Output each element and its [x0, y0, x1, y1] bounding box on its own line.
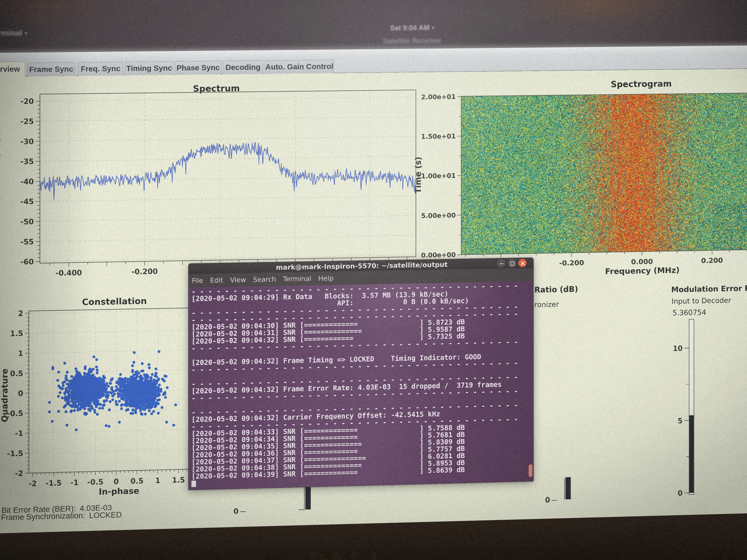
constellation-xtick-label: 0	[113, 477, 119, 486]
plot-shape	[109, 400, 111, 403]
plot-shape	[132, 361, 135, 364]
spectrogram-ylabel: Time (s)	[413, 157, 423, 193]
terminal-menu-search[interactable]: Search	[253, 273, 276, 287]
terminal-body[interactable]: - - - - - - - - - - - - - - - - - - - - …	[188, 281, 533, 490]
topbar-app-menu[interactable]: Terminal▾	[0, 28, 27, 38]
snr-gauge-zero-label: 0	[545, 496, 550, 504]
terminal-scrollbar-handle[interactable]	[529, 464, 533, 477]
constellation-xtick-label: 0.5	[130, 477, 144, 485]
tab-label: Auto. Gain Control	[265, 62, 334, 71]
spectrum-xtick-label: -0.200	[132, 267, 158, 276]
plot-shape	[150, 412, 153, 416]
plot-shape	[155, 367, 157, 370]
plot-shape	[93, 355, 95, 358]
spectrum-ytick-label: -45	[20, 197, 34, 206]
plot-shape	[73, 409, 76, 412]
plot-shape	[48, 410, 51, 413]
spectrogram-ytick-label: 1.00e+01	[421, 172, 456, 180]
plot-shape	[148, 367, 151, 369]
tick-mark	[29, 449, 208, 453]
plot-shape	[57, 395, 60, 398]
mer-gauge-tick	[685, 492, 689, 494]
laptop-screen: Terminal▾ Sat 9:04 AM● Satellite Receive…	[0, 0, 747, 560]
constellation-ytick-label: -1.5	[7, 449, 23, 458]
clock-label: Sat 9:04 AM	[390, 24, 430, 32]
constellation-xtick-label: -0.5	[87, 478, 103, 486]
tick-mark	[29, 369, 208, 373]
constellation-ytick-label: -0.5	[7, 409, 23, 418]
spectrum-grid-line	[40, 156, 416, 161]
dell-logo: DELL	[294, 545, 405, 560]
desktop-top-panel	[0, 0, 747, 53]
tab-frame-sync[interactable]: Frame Sync	[27, 62, 75, 77]
constellation-ytick-label: 0.5	[10, 369, 23, 378]
plot-shape	[172, 424, 175, 427]
plot-shape	[118, 421, 121, 424]
constellation-ytick-label: 2	[18, 309, 23, 318]
tick-mark	[29, 330, 208, 333]
close-button[interactable]	[518, 259, 526, 267]
spectrogram-ytick-label: 0.00e+00	[421, 251, 456, 259]
terminal-cursor	[191, 481, 196, 487]
maximize-button[interactable]	[508, 259, 516, 267]
mer-gauge-fill	[689, 415, 694, 493]
plot-shape	[131, 364, 134, 367]
plot-shape	[113, 393, 116, 396]
topbar-app-menu-label: Terminal	[0, 28, 22, 37]
plot-shape	[70, 409, 73, 412]
spectrum-xtick-label: -0.400	[56, 268, 82, 277]
spectrum-ytick-label: -40	[20, 177, 34, 186]
tick-mark	[29, 409, 208, 413]
plot-shape	[108, 425, 110, 428]
tab-freq-sync[interactable]: Freq. Sync	[78, 62, 123, 76]
constellation-xtick-label: 1.5	[172, 476, 185, 484]
plot-shape	[121, 403, 123, 406]
spectrum-ytick-label: -25	[20, 117, 34, 126]
terminal-menu-file[interactable]: File	[192, 274, 203, 288]
tab-timing-sync[interactable]: Timing Sync	[125, 61, 173, 76]
plot-shape	[108, 408, 111, 411]
terminal-menu-view[interactable]: View	[230, 273, 246, 287]
tab-decoding[interactable]: Decoding	[223, 60, 263, 75]
constellation-ytick-label: 1.5	[10, 329, 23, 338]
plot-shape	[65, 410, 68, 413]
app-window-title: Satellite Receiver	[383, 37, 441, 45]
tab-label: Frame Sync	[28, 64, 75, 74]
spectrogram-ytick-label: 5.00e+00	[421, 212, 456, 219]
mer-gauge-tick	[685, 420, 689, 421]
plot-shape	[96, 372, 98, 374]
plot-shape	[59, 391, 61, 394]
spectrogram-xtick-label: -0.200	[559, 259, 584, 267]
tab-phase-sync[interactable]: Phase Sync	[175, 61, 221, 75]
spectrum-grid-line	[40, 196, 416, 201]
mer-value: 5.360754	[672, 308, 706, 317]
spectrum-grid-line	[40, 97, 416, 101]
plot-shape	[101, 407, 104, 410]
plot-shape	[158, 383, 161, 386]
tick-mark	[29, 350, 208, 353]
tab-label: rview	[0, 64, 25, 74]
plot-shape	[105, 382, 108, 385]
constellation-ylabel: Quadrature	[0, 369, 9, 422]
minimize-button[interactable]	[497, 259, 505, 268]
tab-label: Phase Sync	[175, 63, 221, 72]
tab-auto-gain-control[interactable]: Auto. Gain Control	[265, 60, 334, 74]
topbar-clock[interactable]: Sat 9:04 AM●	[390, 24, 434, 32]
spectrum-ytick-label: -60	[20, 258, 34, 266]
terminal-text: - - - - - - - - - - - - - - - - - - - - …	[191, 282, 530, 490]
plot-shape	[148, 409, 151, 412]
spectrogram-axes-frame	[461, 92, 747, 255]
plot-shape	[174, 403, 177, 406]
plot-shape	[98, 407, 101, 410]
terminal-menu-edit[interactable]: Edit	[210, 273, 223, 287]
tab-rview[interactable]: rview	[0, 61, 25, 77]
photo-frame: Terminal▾ Sat 9:04 AM● Satellite Receive…	[0, 0, 747, 560]
spectrum-ylabel: Relative Gain (dB)	[0, 138, 1, 220]
plot-shape	[157, 412, 160, 415]
plot-shape	[110, 378, 113, 381]
constellation-xlabel: In-phase	[99, 486, 139, 497]
plot-shape	[144, 412, 147, 416]
terminal-menu-terminal[interactable]: Terminal	[283, 272, 311, 286]
plot-shape	[132, 374, 135, 377]
terminal-menu-help[interactable]: Help	[318, 271, 334, 285]
